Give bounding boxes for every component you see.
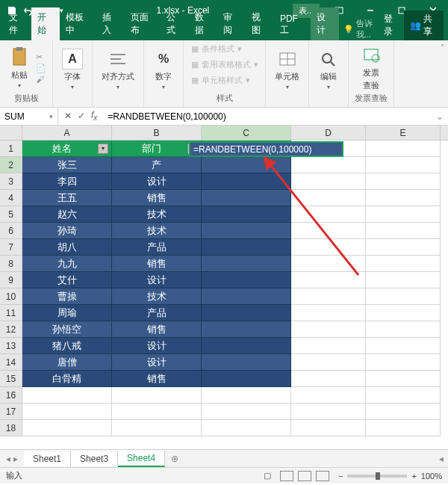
cell[interactable] bbox=[202, 288, 291, 305]
cell[interactable] bbox=[291, 173, 366, 190]
cell[interactable]: 张三 bbox=[22, 157, 112, 173]
cell[interactable]: 孙琦 bbox=[22, 223, 112, 239]
cell[interactable] bbox=[291, 338, 366, 354]
cell[interactable] bbox=[291, 288, 366, 305]
row-header[interactable]: 5 bbox=[0, 206, 22, 223]
col-header-C[interactable]: C bbox=[202, 126, 291, 140]
cell[interactable] bbox=[366, 404, 441, 420]
cell[interactable]: 部门▾ bbox=[112, 140, 202, 157]
font-dropdown[interactable]: A 字体 ▾ bbox=[59, 47, 86, 92]
cell[interactable]: 销售 bbox=[112, 190, 202, 206]
row-header[interactable]: 12 bbox=[0, 321, 22, 338]
cell[interactable]: 设计 bbox=[112, 272, 202, 288]
cell[interactable] bbox=[291, 206, 366, 223]
cell[interactable] bbox=[366, 305, 441, 321]
cell[interactable] bbox=[202, 190, 291, 206]
sheet-tab-3[interactable]: Sheet4 bbox=[118, 451, 165, 467]
col-header-A[interactable]: A bbox=[22, 126, 112, 140]
cell[interactable]: 产 bbox=[112, 157, 202, 173]
filter-dropdown-icon[interactable]: ▾ bbox=[98, 143, 108, 154]
cell[interactable] bbox=[366, 420, 441, 436]
row-header[interactable]: 6 bbox=[0, 223, 22, 239]
cell[interactable] bbox=[366, 239, 441, 256]
cell[interactable]: 曹操 bbox=[22, 288, 112, 305]
table-format-button[interactable]: ▦套用表格格式 ▾ bbox=[191, 59, 258, 70]
formula-bar-expand-icon[interactable]: ⌄ bbox=[432, 111, 448, 122]
sheet-scroll-left-icon[interactable]: ◂ bbox=[435, 454, 448, 464]
cell[interactable]: 产品 bbox=[112, 305, 202, 321]
conditional-format-button[interactable]: ▦条件格式 ▾ bbox=[191, 43, 242, 55]
sheet-tab-1[interactable]: Sheet1 bbox=[24, 451, 71, 466]
cell[interactable]: 艾什 bbox=[22, 272, 112, 288]
tab-file[interactable]: 文件 bbox=[3, 7, 31, 40]
cell[interactable] bbox=[202, 239, 291, 256]
cell[interactable] bbox=[291, 371, 366, 387]
cell[interactable] bbox=[112, 404, 202, 420]
tab-pdf[interactable]: PDF工 bbox=[274, 10, 311, 40]
row-header[interactable]: 14 bbox=[0, 354, 22, 371]
row-header[interactable]: 15 bbox=[0, 371, 22, 387]
cell[interactable] bbox=[366, 321, 441, 338]
cell[interactable] bbox=[366, 140, 441, 157]
tell-me-search[interactable]: 💡 告诉我... bbox=[343, 18, 384, 40]
paste-button[interactable]: 粘贴 ▾ bbox=[6, 46, 33, 90]
cell[interactable]: 技术 bbox=[112, 206, 202, 223]
col-header-B[interactable]: B bbox=[112, 126, 202, 140]
cell[interactable] bbox=[291, 387, 366, 404]
cell[interactable] bbox=[291, 239, 366, 256]
tab-formula[interactable]: 公式 bbox=[161, 7, 189, 40]
cell[interactable] bbox=[366, 190, 441, 206]
zoom-slider[interactable] bbox=[347, 475, 407, 478]
tab-template[interactable]: 模板中 bbox=[60, 7, 96, 40]
cell[interactable] bbox=[366, 371, 441, 387]
cell[interactable] bbox=[202, 354, 291, 371]
cell[interactable] bbox=[366, 354, 441, 371]
cancel-formula-icon[interactable]: ✕ bbox=[64, 111, 72, 121]
row-header[interactable]: 3 bbox=[0, 173, 22, 190]
cell[interactable] bbox=[291, 256, 366, 272]
cell[interactable] bbox=[202, 371, 291, 387]
cell[interactable] bbox=[366, 173, 441, 190]
tab-layout[interactable]: 页面布 bbox=[125, 7, 161, 40]
cell[interactable] bbox=[291, 354, 366, 371]
share-button[interactable]: 👥 共享 bbox=[404, 10, 444, 40]
cell[interactable]: 设计 bbox=[112, 338, 202, 354]
ribbon-collapse-icon[interactable]: ˄ bbox=[438, 40, 448, 107]
row-header[interactable]: 18 bbox=[0, 420, 22, 436]
cell[interactable] bbox=[202, 173, 291, 190]
row-header[interactable]: 2 bbox=[0, 157, 22, 173]
row-header[interactable]: 13 bbox=[0, 338, 22, 354]
cell[interactable]: 白骨精 bbox=[22, 371, 112, 387]
cell[interactable] bbox=[202, 387, 291, 404]
macro-record-icon[interactable]: ▢ bbox=[264, 471, 271, 481]
view-page-layout-button[interactable] bbox=[298, 471, 311, 481]
cell[interactable]: 赵六 bbox=[22, 206, 112, 223]
cell[interactable] bbox=[366, 256, 441, 272]
cell[interactable] bbox=[202, 223, 291, 239]
cell[interactable]: 李四 bbox=[22, 173, 112, 190]
row-header[interactable]: 10 bbox=[0, 288, 22, 305]
sheet-nav-next-icon[interactable]: ▸ bbox=[13, 454, 18, 464]
cell[interactable]: 销售 bbox=[112, 371, 202, 387]
col-header-E[interactable]: E bbox=[366, 126, 441, 140]
cell-styles-button[interactable]: ▦单元格样式 ▾ bbox=[191, 75, 250, 86]
cell[interactable]: 王五 bbox=[22, 190, 112, 206]
select-all-button[interactable] bbox=[0, 126, 22, 140]
cell[interactable] bbox=[202, 206, 291, 223]
alignment-dropdown[interactable]: 对齐方式 ▾ bbox=[99, 47, 137, 92]
cell[interactable] bbox=[202, 272, 291, 288]
copy-icon[interactable]: 📄 bbox=[36, 64, 46, 73]
cell[interactable]: 产品 bbox=[112, 239, 202, 256]
tab-home[interactable]: 开始 bbox=[31, 7, 60, 40]
cell[interactable] bbox=[202, 420, 291, 436]
view-page-break-button[interactable] bbox=[316, 471, 329, 481]
cell[interactable] bbox=[366, 387, 441, 404]
cell[interactable] bbox=[291, 420, 366, 436]
cell[interactable] bbox=[366, 157, 441, 173]
cell[interactable]: 销售 bbox=[112, 321, 202, 338]
signin-link[interactable]: 登录 bbox=[384, 13, 399, 38]
enter-formula-icon[interactable]: ✓ bbox=[78, 111, 85, 121]
cell[interactable] bbox=[366, 206, 441, 223]
cell[interactable] bbox=[202, 338, 291, 354]
cell[interactable] bbox=[291, 272, 366, 288]
